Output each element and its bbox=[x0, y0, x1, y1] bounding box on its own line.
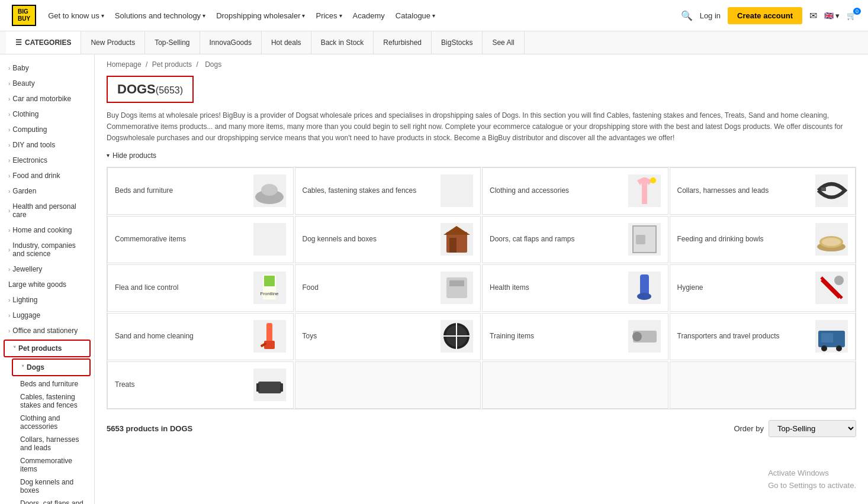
chevron-right-icon: › bbox=[8, 127, 10, 133]
product-cell-sand[interactable]: Sand and home cleaning bbox=[107, 313, 294, 360]
product-cell-bowls[interactable]: Feeding and drinking bowls bbox=[670, 216, 856, 263]
svg-point-1 bbox=[261, 184, 278, 196]
cat-innogoods[interactable]: InnovaGoods bbox=[200, 31, 262, 54]
svg-rect-8 bbox=[636, 235, 645, 244]
sidebar-item-pet-products[interactable]: ˅ Pet products bbox=[5, 341, 89, 356]
product-image-training bbox=[628, 320, 661, 353]
sidebar-sub-beds[interactable]: Beds and furniture bbox=[12, 377, 94, 390]
sidebar-sub-collars[interactable]: Collars, harnesses and leads bbox=[12, 433, 94, 454]
logo[interactable]: BIG BUY bbox=[12, 5, 36, 26]
sidebar-sub-kennels[interactable]: Dog kennels and boxes bbox=[12, 476, 94, 497]
cat-refurbished[interactable]: Refurbished bbox=[374, 31, 432, 54]
sidebar-item-large-white[interactable]: Large white goods bbox=[0, 277, 94, 292]
svg-point-18 bbox=[637, 293, 651, 300]
cart-button[interactable]: 🛒 0 bbox=[847, 11, 856, 20]
sidebar-item-beauty[interactable]: › Beauty bbox=[0, 76, 94, 91]
order-by-select[interactable]: Top-Selling Newest Price: Low to High Pr… bbox=[769, 420, 856, 437]
results-count: 5653 products in DOGS bbox=[107, 424, 192, 433]
svg-rect-5 bbox=[449, 238, 456, 253]
sidebar-item-car[interactable]: › Car and motorbike bbox=[0, 91, 94, 106]
nav-academy[interactable]: Academy bbox=[353, 11, 385, 20]
sidebar-pet-products-section: ˅ Pet products bbox=[4, 340, 91, 357]
hide-products-label: Hide products bbox=[112, 151, 156, 160]
product-image-cables bbox=[441, 175, 473, 207]
order-by-section: Order by Top-Selling Newest Price: Low t… bbox=[734, 420, 856, 437]
nav-get-to-know[interactable]: Get to know us ▾ bbox=[48, 11, 104, 20]
breadcrumb-home[interactable]: Homepage bbox=[107, 60, 142, 69]
sidebar-item-food-drink[interactable]: › Food and drink bbox=[0, 168, 94, 183]
sidebar-sub-commemorative[interactable]: Commemorative items bbox=[12, 454, 94, 476]
cat-hot-deals[interactable]: Hot deals bbox=[262, 31, 311, 54]
sidebar-item-lighting[interactable]: › Lighting bbox=[0, 292, 94, 308]
sidebar-item-electronics[interactable]: › Electronics bbox=[0, 153, 94, 168]
product-cell-training[interactable]: Training items bbox=[482, 313, 668, 360]
cat-see-all[interactable]: See All bbox=[483, 31, 524, 54]
cat-bigstocks[interactable]: BigStocks bbox=[432, 31, 483, 54]
product-cell-health[interactable]: Health items bbox=[482, 264, 668, 312]
language-selector[interactable]: 🇬🇧 ▾ bbox=[824, 11, 840, 20]
chevron-right-icon: › bbox=[8, 65, 10, 72]
product-cell-cables[interactable]: Cables, fastening stakes and fences bbox=[295, 167, 481, 215]
product-cell-hygiene[interactable]: Hygiene bbox=[670, 264, 856, 312]
mail-icon[interactable]: ✉ bbox=[809, 10, 817, 21]
nav-catalogue[interactable]: Catalogue ▾ bbox=[396, 11, 435, 20]
categories-menu[interactable]: ☰ CATEGORIES bbox=[6, 31, 81, 54]
product-image-food bbox=[441, 272, 473, 304]
nav-dropshipping[interactable]: Dropshipping wholesaler ▾ bbox=[216, 11, 305, 20]
product-cell-doors[interactable]: Doors, cat flaps and ramps bbox=[482, 216, 668, 263]
sidebar-item-garden[interactable]: › Garden bbox=[0, 183, 94, 199]
sidebar-item-office[interactable]: › Office and stationery bbox=[0, 323, 94, 338]
product-cell-toys[interactable]: Toys bbox=[295, 313, 481, 360]
product-cell-commemorative[interactable]: Commemorative items bbox=[107, 216, 294, 263]
chevron-right-icon: › bbox=[8, 227, 10, 234]
login-link[interactable]: Log in bbox=[700, 11, 721, 20]
product-cell-clothing[interactable]: Clothing and accessories bbox=[482, 167, 668, 215]
sidebar-item-baby[interactable]: › Baby bbox=[0, 60, 94, 76]
sidebar-item-computing[interactable]: › Computing bbox=[0, 122, 94, 137]
product-image-doors bbox=[628, 223, 661, 256]
cat-top-selling[interactable]: Top-Selling bbox=[145, 31, 200, 54]
svg-point-34 bbox=[836, 345, 842, 351]
product-cell-food[interactable]: Food bbox=[295, 264, 481, 312]
product-cell-empty2 bbox=[482, 361, 668, 409]
sidebar-item-clothing[interactable]: › Clothing bbox=[0, 106, 94, 122]
cat-back-in-stock[interactable]: Back in Stock bbox=[311, 31, 374, 54]
nav-solutions[interactable]: Solutions and technology ▾ bbox=[115, 11, 205, 20]
breadcrumb-pet-products[interactable]: Pet products bbox=[152, 60, 192, 69]
search-icon[interactable]: 🔍 bbox=[681, 10, 693, 21]
svg-rect-35 bbox=[258, 382, 281, 393]
product-cell-beds[interactable]: Beds and furniture bbox=[107, 167, 294, 215]
product-cell-kennels[interactable]: Dog kennels and boxes bbox=[295, 216, 481, 263]
chevron-right-icon: › bbox=[8, 297, 10, 303]
product-cell-transporters[interactable]: Transporters and travel products bbox=[670, 313, 856, 360]
chevron-down-icon: ▾ bbox=[302, 12, 305, 19]
product-cell-flea[interactable]: Flea and lice control Frontline bbox=[107, 264, 294, 312]
page-title: DOGS bbox=[117, 82, 156, 96]
chevron-down-icon: ˅ bbox=[21, 364, 24, 371]
categories-label: CATEGORIES bbox=[25, 38, 71, 47]
hide-products-toggle[interactable]: ▾ Hide products bbox=[107, 151, 856, 160]
nav-right: 🔍 Log in Create account ✉ 🇬🇧 ▾ 🛒 0 bbox=[681, 7, 856, 24]
sidebar-item-home[interactable]: › Home and cooking bbox=[0, 222, 94, 238]
sidebar-sub-clothing[interactable]: Clothing and accessories bbox=[12, 412, 94, 433]
page-description: Buy Dogs items at wholesale prices! BigB… bbox=[107, 110, 856, 144]
product-cell-collars[interactable]: Collars, harnesses and leads bbox=[670, 167, 856, 215]
sidebar-sub-cables[interactable]: Cables, fastening stakes and fences bbox=[12, 390, 94, 412]
sidebar-item-jewellery[interactable]: › Jewellery bbox=[0, 261, 94, 277]
svg-point-21 bbox=[834, 276, 844, 285]
sidebar-item-health[interactable]: › Health and personal care bbox=[0, 199, 94, 222]
sidebar-item-diy[interactable]: › DIY and tools bbox=[0, 137, 94, 153]
sidebar-item-luggage[interactable]: › Luggage bbox=[0, 308, 94, 323]
chevron-down-icon: ▾ bbox=[101, 12, 104, 19]
sidebar-sub-doors[interactable]: Doors, cat flaps and ramps bbox=[12, 497, 94, 504]
sidebar-item-industry[interactable]: › Industry, companies and science bbox=[0, 238, 94, 261]
menu-icon: ☰ bbox=[15, 38, 22, 47]
nav-prices[interactable]: Prices ▾ bbox=[316, 11, 342, 20]
product-cell-treats[interactable]: Treats bbox=[107, 361, 294, 409]
page-title-box: DOGS(5653) bbox=[107, 76, 194, 103]
cat-new-products[interactable]: New Products bbox=[81, 31, 145, 54]
chevron-right-icon: › bbox=[8, 188, 10, 195]
sidebar-item-dogs[interactable]: ˅ Dogs bbox=[13, 360, 89, 375]
create-account-button[interactable]: Create account bbox=[728, 7, 802, 24]
chevron-right-icon: › bbox=[8, 142, 10, 148]
